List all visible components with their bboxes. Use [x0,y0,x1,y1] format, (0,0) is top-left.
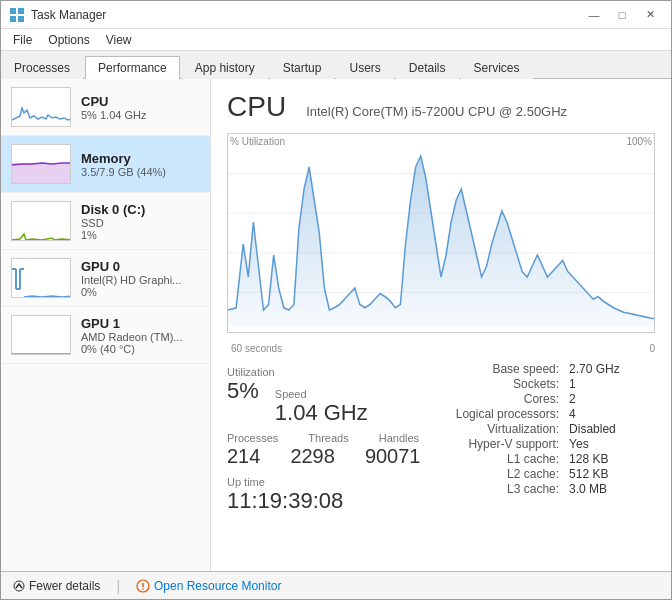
disk-mini-chart [11,201,71,241]
detail-title: CPU [227,91,286,123]
task-manager-window: Task Manager — □ ✕ File Options View Pro… [0,0,672,600]
uptime-label: Up time [227,476,421,488]
l2-value: 512 KB [569,467,655,481]
menu-view[interactable]: View [98,31,140,49]
sidebar-item-gpu1[interactable]: GPU 1 AMD Radeon (TM)... 0% (40 °C) [1,307,210,364]
virtualization-value: Disabled [569,422,655,436]
close-button[interactable]: ✕ [637,6,663,24]
gpu1-sidebar-info: GPU 1 AMD Radeon (TM)... 0% (40 °C) [81,316,200,355]
l1-value: 128 KB [569,452,655,466]
tab-apphistory[interactable]: App history [182,56,268,79]
l1-label: L1 cache: [421,452,566,466]
l3-label: L3 cache: [421,482,566,496]
cpu-chart: % Utilization 100% [227,133,655,333]
sockets-label: Sockets: [421,377,566,391]
tab-performance[interactable]: Performance [85,56,180,79]
minimize-button[interactable]: — [581,6,607,24]
chevron-up-icon [13,580,25,592]
title-bar: Task Manager — □ ✕ [1,1,671,29]
fewer-details-button[interactable]: Fewer details [13,579,100,593]
handles-value: 90071 [365,444,421,468]
sidebar-item-memory[interactable]: Memory 3.5/7.9 GB (44%) [1,136,210,193]
gpu1-mini-chart [11,315,71,355]
processes-row: Processes Threads Handles [227,432,421,444]
tab-services[interactable]: Services [461,56,533,79]
gpu1-sub2: 0% (40 °C) [81,343,200,355]
resource-monitor-icon [136,579,150,593]
uptime-value: 11:19:39:08 [227,488,421,514]
cpu-sidebar-info: CPU 5% 1.04 GHz [81,94,200,121]
processes-value: 214 [227,444,260,468]
disk-sub1: SSD [81,217,200,229]
memory-mini-chart [11,144,71,184]
cpu-label: CPU [81,94,200,109]
chart-svg [228,134,654,332]
svg-rect-2 [10,16,16,22]
maximize-button[interactable]: □ [609,6,635,24]
main-content: CPU 5% 1.04 GHz Memory 3.5/7.9 GB (44%) [1,79,671,571]
speed-label: Speed [275,388,368,400]
base-speed-label: Base speed: [421,362,566,376]
tab-users[interactable]: Users [336,56,393,79]
tab-startup[interactable]: Startup [270,56,335,79]
threads-label: Threads [308,432,348,444]
utilization-value: 5% [227,378,259,404]
cpu-mini-chart [11,87,71,127]
tab-processes[interactable]: Processes [1,56,83,79]
disk-sidebar-info: Disk 0 (C:) SSD 1% [81,202,200,241]
tab-details[interactable]: Details [396,56,459,79]
counts-row: 214 2298 90071 [227,444,421,468]
logical-value: 4 [569,407,655,421]
gpu1-label: GPU 1 [81,316,200,331]
svg-rect-3 [18,16,24,22]
resource-monitor-link[interactable]: Open Resource Monitor [136,579,281,593]
svg-point-18 [142,588,144,590]
stats-left: Utilization 5% Speed 1.04 GHz [227,362,421,559]
sidebar-item-disk[interactable]: Disk 0 (C:) SSD 1% [1,193,210,250]
memory-sub: 3.5/7.9 GB (44%) [81,166,200,178]
cores-label: Cores: [421,392,566,406]
utilization-label: Utilization [227,366,368,378]
svg-rect-4 [12,163,71,184]
menu-bar: File Options View [1,29,671,51]
sidebar-item-cpu[interactable]: CPU 5% 1.04 GHz [1,79,210,136]
chart-x-start: 60 seconds [227,343,282,354]
base-speed-value: 2.70 GHz [569,362,655,376]
sidebar-item-gpu0[interactable]: GPU 0 Intel(R) HD Graphi... 0% [1,250,210,307]
detail-header: CPU Intel(R) Core(TM) i5-7200U CPU @ 2.5… [227,91,655,123]
chart-x-end: 0 [645,343,655,354]
gpu0-label: GPU 0 [81,259,200,274]
stats-bottom: Utilization 5% Speed 1.04 GHz [227,362,655,559]
title-bar-left: Task Manager [9,7,106,23]
window-title: Task Manager [31,8,106,22]
menu-file[interactable]: File [5,31,40,49]
utilization-stat: Utilization 5% Speed 1.04 GHz [227,366,368,426]
threads-stat: Threads [308,432,348,444]
processes-label: Processes [227,432,278,444]
disk-sub2: 1% [81,229,200,241]
cores-value: 2 [569,392,655,406]
window-controls: — □ ✕ [581,6,663,24]
detail-pane: CPU Intel(R) Core(TM) i5-7200U CPU @ 2.5… [211,79,671,571]
processes-stat: Processes [227,432,278,444]
svg-point-15 [14,581,24,591]
fewer-details-label: Fewer details [29,579,100,593]
sockets-value: 1 [569,377,655,391]
gpu0-sub2: 0% [81,286,200,298]
threads-value: 2298 [290,444,335,468]
utilization-speed-row: Utilization 5% Speed 1.04 GHz [227,366,421,426]
gpu0-sidebar-info: GPU 0 Intel(R) HD Graphi... 0% [81,259,200,298]
l3-value: 3.0 MB [569,482,655,496]
memory-sidebar-info: Memory 3.5/7.9 GB (44%) [81,151,200,178]
sidebar: CPU 5% 1.04 GHz Memory 3.5/7.9 GB (44%) [1,79,211,571]
speed-value: 1.04 GHz [275,400,368,426]
chart-x-labels: 60 seconds 0 [227,341,655,354]
stats-right: Base speed: 2.70 GHz Sockets: 1 Cores: 2… [421,362,656,559]
footer-separator: | [116,578,120,594]
menu-options[interactable]: Options [40,31,97,49]
chart-y-max: 100% [626,136,652,147]
cpu-sub: 5% 1.04 GHz [81,109,200,121]
handles-stat: Handles [379,432,419,444]
detail-subtitle: Intel(R) Core(TM) i5-7200U CPU @ 2.50GHz [306,104,567,119]
uptime-section: Up time 11:19:39:08 [227,476,421,514]
